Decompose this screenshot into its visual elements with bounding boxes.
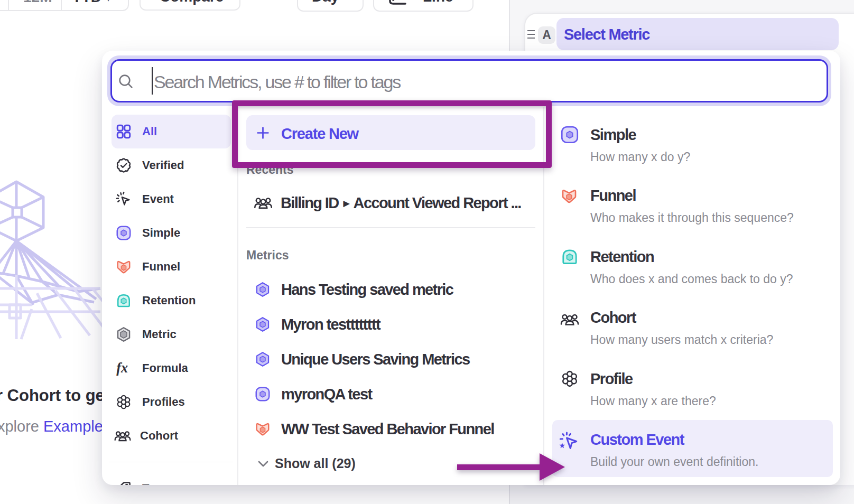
svg-text:fx: fx xyxy=(116,360,128,376)
